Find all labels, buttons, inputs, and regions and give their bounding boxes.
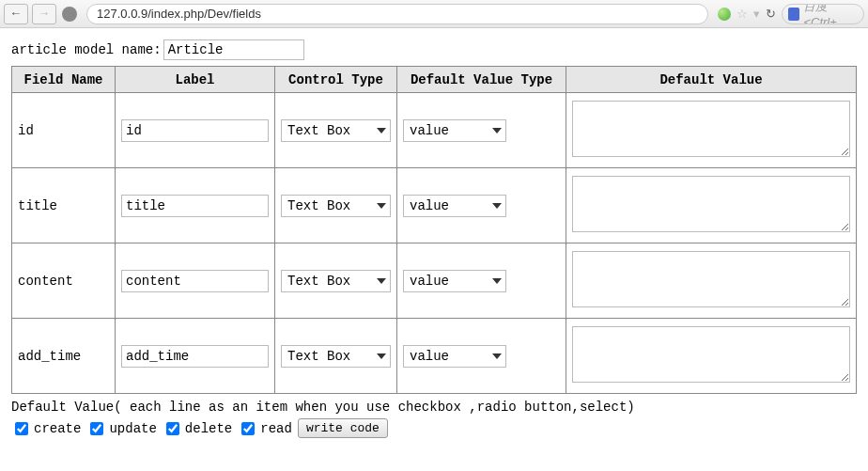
label-input[interactable] <box>121 195 269 217</box>
cell-default-value <box>566 243 857 319</box>
table-row: idText Boxvalue <box>12 93 857 168</box>
table-header-row: Field Name Label Control Type Default Va… <box>12 67 857 93</box>
default-value-textarea[interactable] <box>572 326 850 383</box>
dropdown-caret-icon[interactable]: ▾ <box>753 7 760 21</box>
table-row: contentText Boxvalue <box>12 243 857 319</box>
th-control-type: Control Type <box>275 67 397 93</box>
default-value-type-value: value <box>410 349 449 364</box>
chevron-down-icon <box>377 203 386 209</box>
cell-default-value-type: value <box>397 168 566 243</box>
cell-label <box>116 243 275 319</box>
cell-default-value-type: value <box>397 93 566 168</box>
cell-label <box>116 93 275 168</box>
arrow-left-icon: ← <box>12 7 20 21</box>
bookmark-star-icon[interactable]: ☆ <box>736 7 748 21</box>
cell-field-name: content <box>12 243 116 319</box>
default-value-textarea[interactable] <box>572 251 850 307</box>
search-box[interactable]: 百度 <Ctrl+ <box>782 4 864 24</box>
cell-default-value-type: value <box>397 319 566 394</box>
write-code-button[interactable]: write code <box>298 418 388 438</box>
control-type-value: Text Box <box>287 349 350 364</box>
model-name-row: article model name: <box>11 39 857 60</box>
url-text: 127.0.0.9/index.php/Dev/fields <box>97 7 261 21</box>
cell-field-name: title <box>12 168 116 243</box>
cell-label <box>116 319 275 394</box>
default-value-type-value: value <box>410 123 449 138</box>
table-row: add_timeText Boxvalue <box>12 319 857 394</box>
chevron-down-icon <box>492 203 502 209</box>
checkbox-read[interactable]: read <box>238 419 292 438</box>
default-value-type-select[interactable]: value <box>403 270 506 292</box>
th-label: Label <box>116 67 275 93</box>
cell-default-value <box>566 168 857 243</box>
default-value-type-value: value <box>410 274 449 289</box>
status-dot-icon[interactable] <box>718 8 731 21</box>
chevron-down-icon <box>377 128 386 133</box>
page-content: article model name: Field Name Label Con… <box>0 28 868 449</box>
checkbox-read-input[interactable] <box>241 422 255 435</box>
checkbox-update[interactable]: update <box>86 419 156 438</box>
control-type-select[interactable]: Text Box <box>281 119 391 142</box>
table-row: titleText Boxvalue <box>12 168 857 243</box>
fields-table: Field Name Label Control Type Default Va… <box>11 66 857 394</box>
chevron-down-icon <box>492 128 502 133</box>
toolbar-right-icons: ☆ ▾ ↻ 百度 <Ctrl+ <box>718 4 864 24</box>
default-value-type-select[interactable]: value <box>403 195 506 217</box>
label-input[interactable] <box>121 119 269 142</box>
checkbox-delete-label: delete <box>185 421 232 436</box>
checkbox-delete[interactable]: delete <box>163 419 232 438</box>
chevron-down-icon <box>377 278 386 284</box>
checkbox-read-label: read <box>260 421 292 436</box>
cell-control-type: Text Box <box>275 93 397 168</box>
th-default-value: Default Value <box>566 67 857 93</box>
label-input[interactable] <box>121 345 269 368</box>
default-value-type-select[interactable]: value <box>403 345 506 368</box>
cell-field-name: add_time <box>12 319 116 394</box>
th-field-name: Field Name <box>12 67 116 93</box>
control-type-select[interactable]: Text Box <box>281 345 391 368</box>
control-type-value: Text Box <box>287 123 350 138</box>
control-type-value: Text Box <box>287 198 350 213</box>
cell-control-type: Text Box <box>275 319 397 394</box>
default-value-textarea[interactable] <box>572 101 850 157</box>
arrow-right-icon: → <box>40 7 48 21</box>
checkbox-create-input[interactable] <box>15 422 28 435</box>
chevron-down-icon <box>492 278 502 284</box>
control-type-value: Text Box <box>287 274 350 289</box>
forward-button[interactable]: → <box>32 4 56 24</box>
cell-label <box>116 168 275 243</box>
th-default-value-type: Default Value Type <box>397 67 566 93</box>
search-placeholder: 百度 <Ctrl+ <box>803 4 858 24</box>
default-value-hint: Default Value( each line as an item when… <box>11 400 857 415</box>
checkbox-delete-input[interactable] <box>166 422 179 435</box>
baidu-icon <box>788 8 799 21</box>
chevron-down-icon <box>377 353 386 359</box>
cell-field-name: id <box>12 93 116 168</box>
checkbox-create-label: create <box>34 421 81 436</box>
default-value-type-select[interactable]: value <box>403 119 506 142</box>
cell-control-type: Text Box <box>275 168 397 243</box>
cell-default-value <box>566 93 857 168</box>
default-value-textarea[interactable] <box>572 176 850 232</box>
cell-control-type: Text Box <box>275 243 397 319</box>
checkbox-create[interactable]: create <box>11 419 81 438</box>
control-type-select[interactable]: Text Box <box>281 195 391 217</box>
cell-default-value-type: value <box>397 243 566 319</box>
model-name-input[interactable] <box>163 39 304 60</box>
default-value-type-value: value <box>410 198 449 213</box>
label-input[interactable] <box>121 270 269 292</box>
actions-row: create update delete read write code <box>11 418 857 438</box>
control-type-select[interactable]: Text Box <box>281 270 391 292</box>
checkbox-update-label: update <box>109 421 156 436</box>
checkbox-update-input[interactable] <box>90 422 103 435</box>
reload-icon[interactable]: ↻ <box>766 7 776 21</box>
url-bar[interactable]: 127.0.0.9/index.php/Dev/fields <box>86 4 708 24</box>
chevron-down-icon <box>492 353 502 359</box>
browser-toolbar: ← → 127.0.0.9/index.php/Dev/fields ☆ ▾ ↻… <box>0 0 868 28</box>
model-name-label: article model name: <box>11 42 162 57</box>
cell-default-value <box>566 319 857 394</box>
back-button[interactable]: ← <box>4 4 28 24</box>
globe-icon <box>62 7 77 22</box>
